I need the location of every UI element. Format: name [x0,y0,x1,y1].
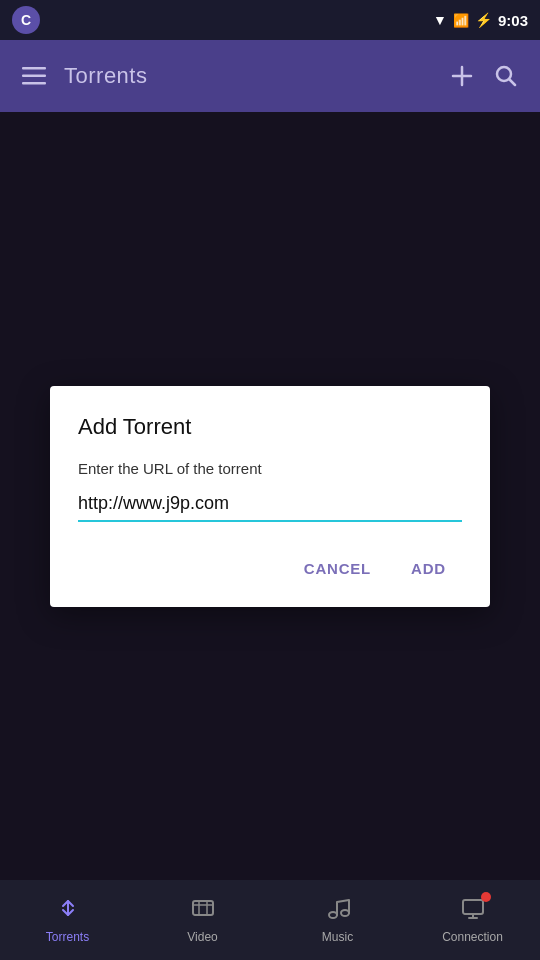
status-bar-left: C [12,6,40,34]
signal-icon: 📶 [453,13,469,28]
menu-icon[interactable] [16,58,52,94]
nav-item-connection[interactable]: Connection [405,896,540,944]
status-bar: C ▼ 📶 ⚡ 9:03 [0,0,540,40]
dialog-actions: CANCEL ADD [78,550,462,587]
nav-item-video[interactable]: Video [135,896,270,944]
connection-badge [481,892,491,902]
svg-rect-0 [22,67,46,70]
svg-line-6 [510,80,516,86]
battery-icon: ⚡ [475,12,492,28]
dialog-title: Add Torrent [78,414,462,440]
svg-rect-14 [463,900,483,914]
dialog-input-wrapper [78,489,462,522]
add-torrent-dialog: Add Torrent Enter the URL of the torrent… [50,386,490,607]
add-torrent-icon[interactable] [444,58,480,94]
svg-point-12 [329,912,337,918]
svg-rect-8 [193,901,213,915]
status-bar-right: ▼ 📶 ⚡ 9:03 [433,12,528,29]
bottom-nav: Torrents Video Music [0,880,540,960]
torrent-url-input[interactable] [78,489,462,522]
dialog-input-label: Enter the URL of the torrent [78,460,462,477]
svg-rect-2 [22,82,46,85]
nav-label-music: Music [322,930,353,944]
music-icon [326,896,350,926]
nav-label-torrents: Torrents [46,930,89,944]
svg-point-13 [341,910,349,916]
video-icon [191,896,215,926]
nav-label-video: Video [187,930,217,944]
torrents-icon [56,896,80,926]
connection-icon [461,896,485,926]
toolbar: Torrents [0,40,540,112]
main-content: Add Torrent Enter the URL of the torrent… [0,112,540,880]
wifi-icon: ▼ [433,12,447,28]
status-time: 9:03 [498,12,528,29]
cancel-button[interactable]: CANCEL [288,550,387,587]
search-icon[interactable] [488,58,524,94]
dialog-overlay: Add Torrent Enter the URL of the torrent… [0,112,540,880]
svg-rect-1 [22,75,46,78]
toolbar-title: Torrents [64,63,147,89]
add-button[interactable]: ADD [395,550,462,587]
nav-item-music[interactable]: Music [270,896,405,944]
nav-item-torrents[interactable]: Torrents [0,896,135,944]
nav-label-connection: Connection [442,930,503,944]
app-icon: C [12,6,40,34]
toolbar-left: Torrents [16,58,147,94]
